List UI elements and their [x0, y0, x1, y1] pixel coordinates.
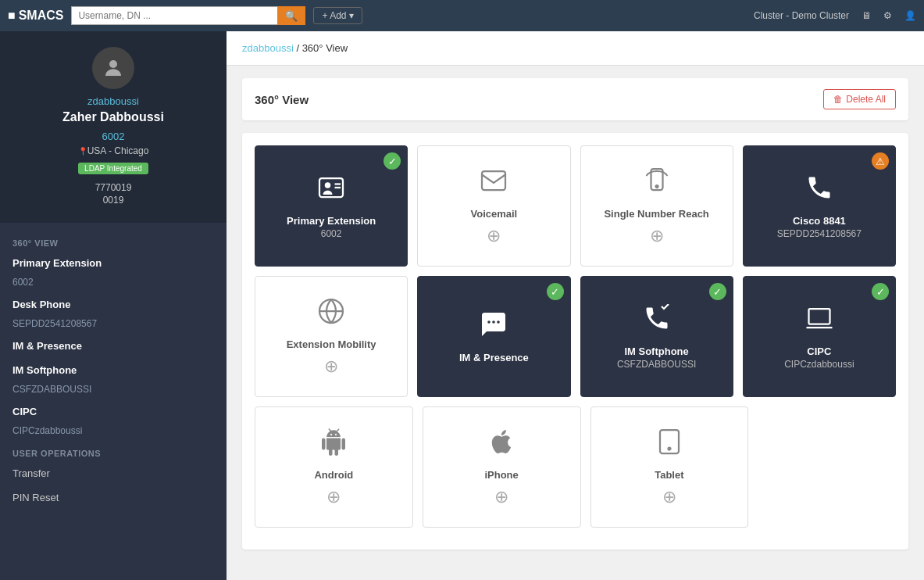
- card-extension-mobility[interactable]: Extension Mobility ⊕: [255, 276, 408, 397]
- status-badge-im-softphone: ✓: [709, 283, 726, 300]
- svg-point-7: [655, 185, 658, 188]
- card-im-presence-label: IM & Presence: [459, 352, 529, 363]
- mobile-ring-icon: [643, 166, 671, 200]
- laptop-icon: [805, 304, 833, 338]
- card-primary-extension[interactable]: ✓ Primary Extension 6002: [255, 145, 408, 267]
- sidebar-numbers: 7770019 0019: [16, 182, 211, 206]
- apple-icon: [487, 428, 516, 461]
- sidebar-item-primary-extension-sub: 6002: [0, 275, 227, 292]
- topbar-icon-gear[interactable]: ⚙: [883, 10, 892, 21]
- topbar-icon-monitor[interactable]: 🖥: [862, 10, 871, 21]
- card-primary-extension-label: Primary Extension: [287, 215, 376, 227]
- phone-check-icon: [643, 304, 671, 338]
- svg-point-9: [488, 320, 491, 324]
- person-card-icon: [317, 174, 345, 207]
- envelope-icon: [480, 166, 508, 200]
- card-im-softphone-sublabel: CSFZDABBOUSSI: [617, 359, 696, 370]
- card-im-presence[interactable]: ✓ IM & Presence: [417, 276, 570, 397]
- svg-point-14: [335, 433, 337, 435]
- cluster-label: Cluster - Demo Cluster: [754, 10, 849, 21]
- card-single-number-reach[interactable]: Single Number Reach ⊕: [580, 145, 733, 267]
- main-content: zdabboussi / 360° View 360° View 🗑 Delet…: [227, 31, 924, 580]
- content-area: 360° View 🗑 Delete All ✓: [227, 66, 924, 562]
- status-badge-primary: ✓: [384, 152, 401, 170]
- sidebar-profile: zdabboussi Zaher Dabboussi 6002 USA - Ch…: [0, 31, 227, 223]
- sidebar-item-desk-phone-sub: SEPDD2541208567: [0, 317, 227, 334]
- card-voicemail-add[interactable]: ⊕: [487, 226, 501, 246]
- svg-point-10: [493, 320, 496, 324]
- search-input[interactable]: [71, 6, 277, 25]
- card-im-softphone[interactable]: ✓ IM Softphone CSFZDABBOUSSI: [580, 276, 733, 397]
- svg-point-0: [109, 60, 117, 68]
- sidebar: zdabboussi Zaher Dabboussi 6002 USA - Ch…: [0, 31, 227, 580]
- breadcrumb: zdabboussi / 360° View: [227, 31, 924, 66]
- android-icon: [319, 428, 348, 461]
- card-primary-extension-sublabel: 6002: [321, 228, 342, 239]
- sidebar-ldap-badge: LDAP Integrated: [78, 163, 148, 174]
- sidebar-item-im-softphone[interactable]: IM Softphone: [0, 358, 227, 382]
- card-cipc[interactable]: ✓ CIPC CIPCzdabboussi: [743, 276, 896, 397]
- card-android-label: Android: [314, 469, 353, 481]
- topbar-right: Cluster - Demo Cluster 🖥 ⚙ 👤: [754, 10, 916, 21]
- search-bar[interactable]: 🔍: [71, 6, 305, 25]
- svg-rect-12: [808, 309, 829, 324]
- svg-point-2: [325, 182, 331, 188]
- sidebar-location: USA - Chicago: [16, 145, 211, 156]
- add-button[interactable]: + Add ▾: [313, 7, 362, 24]
- tablet-icon: [655, 428, 683, 461]
- card-cipc-sublabel: CIPCzdabboussi: [784, 359, 854, 370]
- sidebar-item-transfer[interactable]: Transfer: [0, 461, 227, 485]
- svg-point-13: [330, 433, 332, 435]
- breadcrumb-current: 360° View: [302, 42, 348, 54]
- svg-rect-5: [482, 171, 505, 190]
- card-snr-label: Single Number Reach: [604, 208, 708, 220]
- sidebar-extension: 6002: [16, 131, 211, 142]
- card-empty-slot: [758, 406, 896, 528]
- trash-icon: 🗑: [833, 94, 843, 105]
- breadcrumb-link[interactable]: zdabboussi: [242, 42, 294, 54]
- topbar-icon-user[interactable]: 👤: [904, 10, 916, 21]
- card-cisco-8841[interactable]: ⚠ Cisco 8841 SEPDD2541208567: [743, 145, 896, 267]
- page-title: 360° View: [255, 93, 309, 106]
- search-button[interactable]: 🔍: [277, 6, 305, 25]
- globe-icon: [317, 297, 345, 331]
- app-logo: ■ SMACS: [8, 9, 63, 23]
- card-cisco-sublabel: SEPDD2541208567: [777, 228, 862, 239]
- card-tablet-label: Tablet: [655, 469, 683, 481]
- card-android[interactable]: Android ⊕: [255, 406, 413, 528]
- cards-row-2: Extension Mobility ⊕ ✓: [255, 276, 896, 397]
- status-badge-cipc: ✓: [872, 283, 889, 300]
- sidebar-item-desk-phone[interactable]: Desk Phone: [0, 292, 227, 317]
- card-tablet[interactable]: Tablet ⊕: [590, 406, 749, 528]
- sidebar-section-360view: 360° VIEW: [0, 231, 227, 251]
- svg-point-11: [498, 320, 501, 324]
- cards-row-1: ✓ Primary Extension 6002: [255, 145, 896, 267]
- card-snr-add[interactable]: ⊕: [650, 226, 664, 246]
- status-badge-im-presence: ✓: [547, 283, 564, 300]
- sidebar-item-primary-extension[interactable]: Primary Extension: [0, 251, 227, 275]
- topbar: ■ SMACS 🔍 + Add ▾ Cluster - Demo Cluster…: [0, 0, 924, 31]
- card-android-add[interactable]: ⊕: [326, 487, 341, 507]
- svg-point-16: [668, 447, 670, 449]
- status-badge-cisco: ⚠: [872, 152, 889, 170]
- delete-all-button[interactable]: 🗑 Delete All: [823, 89, 896, 109]
- card-iphone[interactable]: iPhone ⊕: [423, 406, 581, 528]
- card-extension-mobility-label: Extension Mobility: [287, 338, 376, 350]
- sidebar-item-cipc[interactable]: CIPC: [0, 399, 227, 424]
- sidebar-item-im-presence[interactable]: IM & Presence: [0, 334, 227, 358]
- card-voicemail[interactable]: Voicemail ⊕: [417, 145, 570, 267]
- sidebar-item-cipc-sub: CIPCzdabboussi: [0, 424, 227, 441]
- sidebar-number1: 7770019: [16, 182, 211, 193]
- card-iphone-add[interactable]: ⊕: [494, 487, 508, 507]
- card-cipc-label: CIPC: [807, 345, 831, 357]
- sidebar-item-im-softphone-sub: CSFZDABBOUSSI: [0, 382, 227, 399]
- sidebar-section-user-ops: USER OPERATIONS: [0, 441, 227, 461]
- content-header: 360° View 🗑 Delete All: [242, 78, 908, 120]
- card-tablet-add[interactable]: ⊕: [662, 487, 676, 507]
- card-extension-mobility-add[interactable]: ⊕: [324, 356, 338, 377]
- sidebar-item-pin-reset[interactable]: PIN Reset: [0, 485, 227, 510]
- phone-icon: [805, 174, 833, 207]
- card-im-softphone-label: IM Softphone: [624, 345, 688, 357]
- cards-row-3: Android ⊕ iPhone ⊕: [255, 406, 896, 528]
- card-voicemail-label: Voicemail: [471, 208, 518, 220]
